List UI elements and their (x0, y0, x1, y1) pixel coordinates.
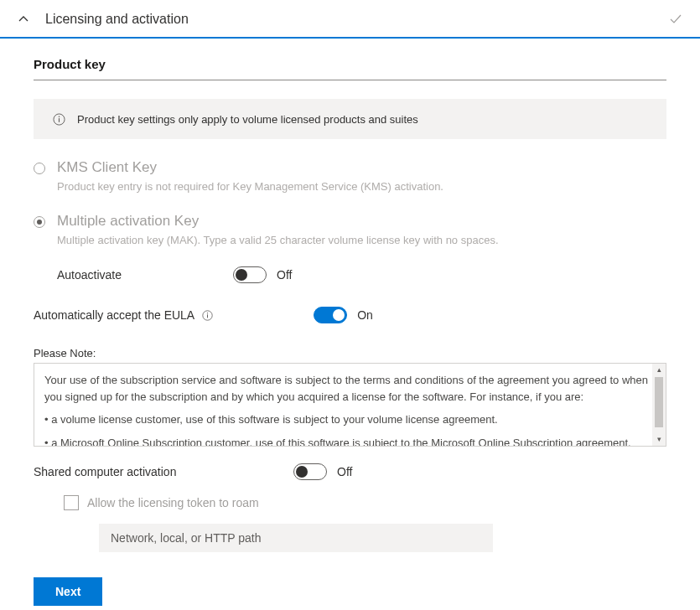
info-banner: Product key settings only apply to volum… (34, 99, 666, 139)
radio-mak[interactable]: Multiple activation Key (34, 213, 666, 230)
radio-kms[interactable]: KMS Client Key (34, 159, 666, 176)
eula-label: Automatically accept the EULA (34, 308, 194, 322)
autoactivate-row: Autoactivate Off (57, 266, 666, 283)
svg-point-4 (207, 313, 208, 313)
eula-row: Automatically accept the EULA On (34, 307, 666, 323)
section-title: Product key (34, 57, 666, 80)
collapse-icon[interactable] (17, 13, 30, 26)
shared-state: Off (337, 465, 352, 478)
shared-toggle[interactable] (293, 463, 327, 480)
info-icon (52, 112, 65, 126)
info-text: Product key settings only apply to volum… (77, 113, 418, 126)
page-header: Licensing and activation (0, 0, 700, 39)
radio-kms-desc: Product key entry is not required for Ke… (57, 179, 666, 194)
content-area: Product key Product key settings only ap… (0, 39, 700, 610)
scroll-down-icon[interactable]: ▾ (657, 433, 661, 447)
radio-icon (34, 163, 45, 174)
svg-rect-2 (58, 118, 59, 122)
radio-mak-desc: Multiple activation key (MAK). Type a va… (57, 233, 666, 248)
page-title: Licensing and activation (45, 12, 668, 27)
autoactivate-state: Off (277, 268, 292, 282)
svg-point-1 (58, 116, 60, 117)
note-label: Please Note: (34, 347, 666, 359)
scrollbar[interactable]: ▴ ▾ (652, 364, 666, 446)
radio-kms-label: KMS Client Key (57, 159, 157, 176)
shared-label: Shared computer activation (34, 465, 293, 478)
shared-row: Shared computer activation Off (34, 463, 666, 480)
info-icon[interactable] (201, 309, 213, 321)
autoactivate-label: Autoactivate (57, 268, 233, 282)
scroll-thumb[interactable] (655, 377, 663, 427)
eula-state: On (357, 308, 373, 322)
checkmark-icon (668, 12, 683, 27)
note-b1: • a volume license customer, use of this… (44, 411, 656, 428)
radio-icon (34, 216, 45, 228)
roam-path-input[interactable]: Network, local, or HTTP path (99, 524, 493, 552)
roam-checkbox[interactable] (64, 495, 79, 510)
autoactivate-toggle[interactable] (233, 266, 267, 283)
next-button[interactable]: Next (34, 577, 102, 606)
note-p1: Your use of the subscription service and… (44, 372, 656, 405)
scroll-up-icon[interactable]: ▴ (657, 364, 661, 377)
note-b2: • a Microsoft Online Subscription custom… (44, 435, 656, 447)
note-box: Your use of the subscription service and… (34, 363, 666, 447)
svg-rect-5 (207, 314, 208, 318)
radio-mak-label: Multiple activation Key (57, 213, 199, 230)
roam-row[interactable]: Allow the licensing token to roam (64, 495, 666, 510)
roam-label: Allow the licensing token to roam (87, 496, 259, 509)
eula-toggle[interactable] (314, 307, 347, 323)
